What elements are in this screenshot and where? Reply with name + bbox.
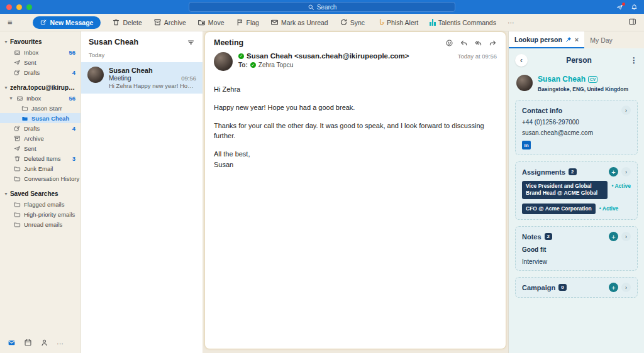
expand-campaign-button[interactable]: › — [621, 283, 631, 292]
titlebar: Search — [0, 0, 644, 14]
people-module-icon[interactable] — [40, 339, 48, 348]
expand-notes-button[interactable]: › — [621, 232, 631, 241]
trash-icon — [112, 18, 120, 26]
new-message-button[interactable]: New Message — [33, 16, 101, 29]
minimize-window-button[interactable] — [16, 4, 22, 10]
more-commands-button[interactable]: ··· — [508, 19, 514, 26]
add-assignment-button[interactable]: + — [609, 167, 618, 176]
add-campaign-button[interactable]: + — [609, 283, 618, 292]
assignment-pill[interactable]: CFO @ Acme Corporation — [522, 204, 596, 214]
campaign-count-badge: 0 — [558, 284, 566, 291]
message-list-title: Susan Cheah — [89, 38, 138, 46]
assignments-title: Assignments — [522, 168, 565, 176]
sidebar-item-junk[interactable]: Junk Email — [0, 163, 80, 173]
sidebar-item-conversation-history[interactable]: Conversation History — [0, 173, 80, 183]
recipient-name[interactable]: Zehra Topcu — [258, 62, 293, 68]
sender-name-email[interactable]: Susan Cheah <susan.cheah@ikirupeople.com… — [247, 52, 409, 60]
account-section-header[interactable]: ▼ zehra.topcu@ikirupe... — [0, 82, 80, 93]
sidebar-item-drafts[interactable]: Drafts 4 — [0, 123, 80, 133]
message-preview: Hi Zehra Happy new year! Hope you had a … — [109, 82, 196, 89]
email-address[interactable]: susan.cheah@acme.com — [522, 129, 631, 136]
calendar-module-icon[interactable] — [24, 339, 32, 348]
presence-available-icon: ✓ — [238, 53, 244, 59]
cv-badge[interactable]: CV — [588, 76, 597, 83]
share-notification-icon[interactable] — [616, 4, 623, 11]
person-name-link[interactable]: Susan Cheah — [538, 75, 586, 84]
close-window-button[interactable] — [6, 4, 12, 10]
assignment-row: CFO @ Acme Corporation Active — [522, 204, 631, 214]
sidebar-item-jason-starr[interactable]: Jason Starr — [0, 103, 80, 113]
sidebar-item-inbox[interactable]: ▼ Inbox 56 — [0, 93, 80, 103]
window-controls — [6, 4, 32, 10]
move-button[interactable]: Move — [197, 18, 225, 26]
sidebar-item-favourites-sent[interactable]: Sent — [0, 57, 80, 67]
close-icon[interactable]: × — [575, 36, 579, 43]
expand-assignments-button[interactable]: › — [621, 167, 631, 176]
reading-pane-toggle-icon[interactable] — [628, 17, 636, 28]
sync-icon — [340, 18, 348, 26]
more-modules-icon[interactable]: ··· — [57, 340, 64, 347]
sidebar-item-susan-cheah[interactable]: Susan Cheah — [0, 113, 80, 123]
reply-all-icon[interactable] — [474, 39, 482, 47]
sidebar-item-sent[interactable]: Sent — [0, 143, 80, 153]
sidebar-item-archive[interactable]: Archive — [0, 133, 80, 143]
tab-my-day[interactable]: My Day — [584, 31, 618, 48]
junk-folder-icon — [14, 165, 21, 172]
assignment-pill[interactable]: Vice President and Global Brand Head @ A… — [522, 181, 608, 199]
sidebar-item-unread-emails[interactable]: Unread emails — [0, 219, 80, 229]
sidebar-item-deleted[interactable]: Deleted Items 3 — [0, 153, 80, 163]
folder-icon — [21, 115, 28, 122]
filter-icon[interactable] — [187, 38, 195, 46]
sidebar-item-favourites-drafts[interactable]: Drafts 4 — [0, 67, 80, 77]
tab-lookup-person[interactable]: Lookup person × — [509, 31, 584, 48]
pin-icon[interactable] — [565, 36, 572, 43]
sender-avatar[interactable] — [214, 52, 233, 71]
note-item[interactable]: Interview — [522, 258, 631, 265]
archive-icon — [153, 18, 162, 26]
unread-count: 56 — [69, 95, 75, 102]
overflow-menu-icon[interactable]: ⋮ — [630, 56, 638, 65]
sync-button[interactable]: Sync — [340, 18, 365, 26]
forward-icon[interactable] — [489, 39, 497, 47]
flag-button[interactable]: Flag — [236, 18, 259, 26]
hamburger-icon[interactable]: ≡ — [8, 18, 13, 27]
folder-icon — [21, 105, 28, 112]
bell-icon[interactable] — [631, 4, 638, 11]
saved-searches-section-header[interactable]: ▼ Saved Searches — [0, 188, 80, 199]
avatar — [87, 67, 104, 83]
sidebar-item-high-priority-emails[interactable]: High-priority emails — [0, 209, 80, 219]
talentis-commands-button[interactable]: Talentis Commands — [430, 19, 496, 26]
message-list-item[interactable]: Susan Cheah Meeting 09:56 Hi Zehra Happy… — [81, 62, 203, 94]
mark-as-unread-button[interactable]: Mark as Unread — [270, 18, 328, 26]
body-paragraph: All the best, — [214, 149, 497, 160]
email-body: Hi Zehra Happy new year! Hope you had a … — [205, 73, 506, 190]
sent-icon — [14, 145, 21, 152]
sidebar-item-flagged-emails[interactable]: Flagged emails — [0, 199, 80, 209]
body-paragraph: Susan — [214, 160, 497, 170]
message-sender: Susan Cheah — [109, 67, 196, 74]
phone-number[interactable]: +44 (0)1256-297000 — [522, 119, 631, 126]
back-button[interactable]: ‹ — [515, 54, 528, 67]
chevron-down-icon: ▼ — [9, 96, 13, 100]
message-subject: Meeting — [109, 75, 131, 82]
archive-button[interactable]: Archive — [153, 18, 186, 26]
delete-button[interactable]: Delete — [112, 18, 142, 26]
zoom-window-button[interactable] — [26, 4, 32, 10]
folder-icon — [14, 175, 21, 182]
expand-contact-info-button[interactable]: › — [621, 106, 631, 115]
inbox-icon — [16, 95, 23, 102]
reply-icon[interactable] — [460, 39, 468, 47]
trash-icon — [14, 155, 21, 162]
add-note-button[interactable]: + — [609, 232, 618, 241]
envelope-icon — [270, 18, 279, 26]
favourites-section-header[interactable]: ▼ Favourites — [0, 36, 80, 47]
reactions-icon[interactable] — [445, 39, 453, 47]
mail-module-icon[interactable] — [8, 339, 16, 348]
search-input[interactable]: Search — [189, 2, 455, 12]
compose-icon — [40, 19, 47, 26]
sidebar-item-favourites-inbox[interactable]: Inbox 56 — [0, 47, 80, 57]
linkedin-icon[interactable]: in — [522, 141, 531, 149]
phish-alert-button[interactable]: Phish Alert — [376, 18, 418, 26]
assignments-card: Assignments 2 + › Vice President and Glo… — [515, 161, 638, 220]
note-item[interactable]: Good fit — [522, 246, 631, 253]
